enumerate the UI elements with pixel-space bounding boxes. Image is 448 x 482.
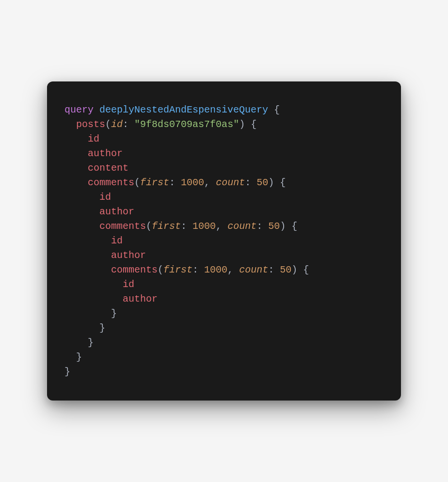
value-first: 1000 [181, 177, 204, 188]
brace-close: } [64, 366, 70, 377]
field-author: author [111, 250, 146, 261]
query-name: deeplyNestedAndEspensiveQuery [99, 104, 268, 115]
field-id: id [123, 279, 134, 290]
brace-close: } [99, 322, 105, 334]
colon: : [123, 119, 128, 130]
field-author: author [123, 293, 158, 305]
brace-open: { [280, 177, 286, 188]
field-posts: posts [76, 119, 105, 130]
value-count: 50 [280, 264, 291, 275]
brace-open: { [291, 221, 297, 232]
paren-open: ( [105, 119, 111, 130]
comma: , [204, 177, 210, 188]
code-card: query deeplyNestedAndEspensiveQuery { po… [47, 81, 401, 401]
arg-first: first [163, 264, 192, 275]
colon: : [268, 264, 274, 275]
paren-open: ( [134, 177, 140, 188]
brace-open: { [303, 264, 309, 275]
paren-open: ( [158, 264, 163, 275]
field-id: id [111, 235, 123, 246]
colon: : [192, 264, 198, 275]
value-first: 1000 [192, 221, 216, 232]
field-id: id [99, 192, 111, 203]
field-author: author [99, 206, 134, 217]
value-count: 50 [268, 221, 280, 232]
field-comments: comments [111, 264, 158, 275]
brace-close: } [111, 308, 117, 319]
brace-close: } [76, 352, 82, 363]
colon: : [181, 221, 187, 232]
value-count: 50 [256, 177, 268, 188]
arg-count: count [227, 221, 256, 232]
value-id-string: "9f8ds0709as7f0as" [134, 119, 239, 130]
brace-open: { [251, 119, 256, 130]
paren-close: ) [268, 177, 274, 188]
field-comments: comments [88, 177, 134, 188]
arg-id: id [111, 119, 123, 130]
paren-close: ) [280, 221, 286, 232]
brace-close: } [88, 337, 94, 348]
arg-count: count [216, 177, 245, 188]
field-comments: comments [99, 221, 146, 232]
code-block: query deeplyNestedAndEspensiveQuery { po… [64, 103, 384, 379]
arg-first: first [140, 177, 169, 188]
arg-count: count [239, 264, 268, 275]
brace-open: { [274, 104, 280, 115]
keyword-query: query [64, 104, 94, 115]
paren-open: ( [146, 221, 152, 232]
comma: , [216, 221, 222, 232]
paren-close: ) [291, 264, 297, 275]
field-id: id [88, 133, 99, 145]
comma: , [227, 264, 233, 275]
colon: : [169, 177, 175, 188]
field-content: content [88, 162, 128, 174]
value-first: 1000 [204, 264, 227, 275]
colon: : [245, 177, 251, 188]
colon: : [256, 221, 262, 232]
arg-first: first [152, 221, 181, 232]
field-author: author [88, 148, 123, 159]
paren-close: ) [239, 119, 245, 130]
